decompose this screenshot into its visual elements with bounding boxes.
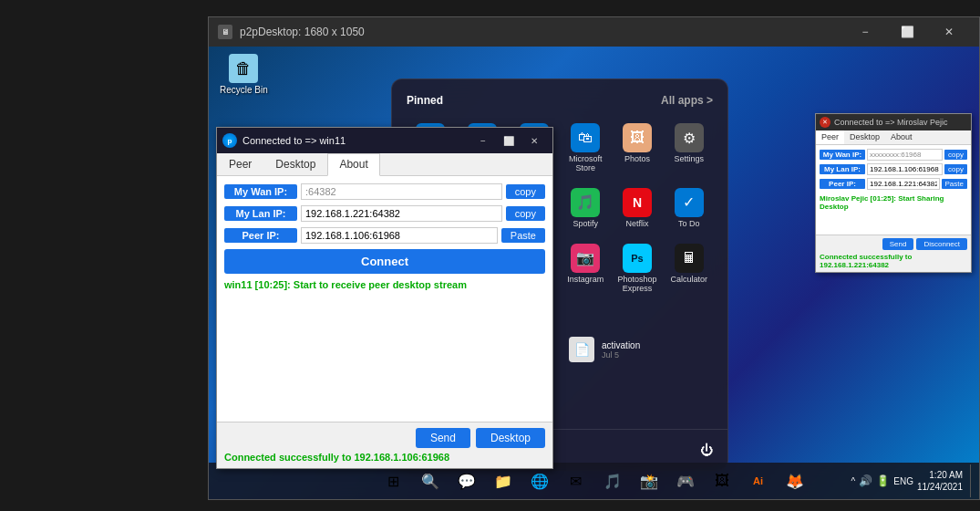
tab-peer[interactable]: Peer (217, 153, 263, 175)
calculator-label: Calculator (670, 276, 707, 285)
photoshop-icon: Ps (623, 244, 652, 273)
remote-lan-input[interactable] (867, 163, 943, 175)
peer-paste-button[interactable]: Paste (501, 228, 545, 243)
settings-label: Settings (674, 155, 704, 164)
lan-copy-button[interactable]: copy (506, 206, 545, 221)
peer-ip-label: Peer IP: (224, 228, 297, 243)
peer-ip-row: Peer IP: Paste (224, 227, 545, 244)
all-apps-button[interactable]: All apps > (661, 94, 713, 107)
app-photos[interactable]: 🖼 Photos (614, 118, 662, 179)
photos-icon: 🖼 (623, 123, 652, 152)
todo-icon: ✓ (675, 188, 704, 217)
remote-close-button[interactable]: ✕ (820, 117, 830, 128)
wan-ip-row: My Wan IP: copy (224, 183, 545, 200)
remote-send-button[interactable]: Send (882, 238, 914, 250)
instagram-icon: 📷 (571, 244, 600, 273)
tray-chevron-icon[interactable]: ^ (851, 476, 856, 486)
remote-disconnect-button[interactable]: Disconnect (916, 238, 967, 250)
remote-peer-paste[interactable]: Paste (942, 179, 967, 189)
remote-tab-peer[interactable]: Peer (816, 130, 844, 144)
remote-tab-desktop[interactable]: Desktop (844, 130, 885, 144)
outer-window-title: p2pDesktop: 1680 x 1050 (240, 26, 837, 38)
tab-about[interactable]: About (327, 153, 379, 176)
pinned-header: Pinned All apps > (407, 94, 713, 107)
recycle-bin-icon[interactable]: 🗑 Recycle Bin (220, 54, 268, 95)
taskbar-start-button[interactable]: ⊞ (377, 464, 410, 497)
system-tray: ^ 🔊 🔋 ENG 1:20 AM 11/24/2021 (797, 463, 979, 499)
store-icon: 🛍 (571, 123, 600, 152)
p2p-close-button[interactable]: ✕ (521, 130, 547, 151)
tray-volume-icon[interactable]: 🔊 (859, 474, 872, 487)
p2p-status: Connected successfully to 192.168.1.106:… (224, 452, 545, 463)
app-calculator[interactable]: 🖩 Calculator (665, 238, 713, 299)
p2p-restore-button[interactable]: ⬜ (496, 130, 521, 151)
remote-window: ✕ Connected to => Miroslav Pejic Peer De… (815, 113, 972, 273)
remote-peer-row: Peer IP: Paste (820, 178, 967, 190)
remote-wan-input[interactable] (867, 149, 943, 161)
app-instagram[interactable]: 📷 Instagram (562, 238, 610, 299)
p2p-main-window: p Connected to => win11 − ⬜ ✕ Peer Deskt… (216, 127, 553, 469)
p2p-window-icon: p (222, 133, 237, 148)
app-spotify[interactable]: 🎵 Spotify (562, 182, 610, 235)
remote-footer-buttons: Send Disconnect (820, 238, 967, 250)
photoshop-label: Photoshop Express (615, 276, 660, 294)
remote-body: My Wan IP: copy My Lan IP: copy Peer IP:… (816, 145, 971, 235)
taskbar-ms365-icon[interactable]: 🖼 (706, 464, 738, 497)
close-button[interactable]: ✕ (928, 17, 970, 47)
calculator-icon: 🖩 (675, 244, 704, 273)
remote-tab-about[interactable]: About (885, 130, 918, 144)
p2p-window-title: Connected to => win11 (242, 135, 465, 146)
lan-ip-row: My Lan IP: copy (224, 205, 545, 222)
outer-content: 🗑 Recycle Bin p2p p2p Pinned All apps > … (209, 47, 979, 499)
restore-button[interactable]: ⬜ (886, 17, 928, 47)
wan-ip-label: My Wan IP: (224, 184, 297, 199)
show-desktop-button[interactable] (970, 464, 974, 497)
p2p-titlebar: p Connected to => win11 − ⬜ ✕ (217, 128, 552, 153)
wan-ip-input[interactable] (301, 183, 502, 200)
activation-icon: 📄 (569, 337, 594, 362)
app-todo[interactable]: ✓ To Do (665, 182, 713, 235)
taskbar-mail-icon[interactable]: ✉ (560, 464, 593, 497)
remote-log: Miroslav Pejic [01:25]: Start Sharing De… (820, 193, 967, 213)
taskbar-ai-icon[interactable]: Ai (742, 464, 775, 497)
todo-label: To Do (678, 220, 700, 229)
desktop-button[interactable]: Desktop (476, 428, 545, 448)
activation-info: activation Jul 5 (602, 340, 640, 360)
remote-lan-copy[interactable]: copy (944, 164, 967, 174)
spotify-icon: 🎵 (571, 188, 600, 217)
power-icon[interactable]: ⏻ (700, 443, 713, 457)
pinned-label: Pinned (407, 94, 443, 107)
minimize-button[interactable]: − (844, 17, 886, 47)
taskbar-photos-icon[interactable]: 📸 (633, 464, 665, 497)
outer-window: 🖥 p2pDesktop: 1680 x 1050 − ⬜ ✕ 🗑 Recycl… (208, 16, 980, 500)
app-netflix[interactable]: N Netflix (614, 182, 662, 235)
app-store[interactable]: 🛍 Microsoft Store (562, 118, 610, 179)
lan-ip-input[interactable] (301, 205, 502, 222)
taskbar-music-icon[interactable]: 🎵 (596, 464, 629, 497)
taskbar-edge-icon[interactable]: 🌐 (523, 464, 556, 497)
activation-name: activation (602, 340, 640, 350)
rec-activation[interactable]: 📄 activation Jul 5 (563, 331, 713, 368)
peer-ip-input[interactable] (301, 227, 498, 244)
tab-desktop[interactable]: Desktop (263, 153, 327, 175)
remote-footer: Send Disconnect Connected successfully t… (816, 235, 971, 272)
remote-peer-input[interactable] (867, 178, 940, 190)
tray-battery-icon[interactable]: 🔋 (876, 474, 890, 487)
lan-ip-label: My Lan IP: (224, 206, 297, 221)
remote-wan-copy[interactable]: copy (944, 150, 967, 160)
settings-icon: ⚙ (675, 123, 704, 152)
taskbar-search-button[interactable]: 🔍 (414, 464, 447, 497)
instagram-label: Instagram (567, 276, 603, 285)
taskbar-xbox-icon[interactable]: 🎮 (669, 464, 702, 497)
app-settings[interactable]: ⚙ Settings (665, 118, 713, 179)
connect-button[interactable]: Connect (224, 249, 545, 274)
tray-language-label[interactable]: ENG (893, 476, 913, 486)
taskbar-center: ⊞ 🔍 💬 📁 🌐 ✉ 🎵 📸 🎮 🖼 Ai 🦊 (377, 464, 811, 497)
app-photoshop[interactable]: Ps Photoshop Express (614, 238, 662, 299)
wan-copy-button[interactable]: copy (506, 184, 545, 199)
send-button[interactable]: Send (416, 428, 470, 448)
taskbar-explorer-icon[interactable]: 📁 (487, 464, 520, 497)
taskbar-taskview-button[interactable]: 💬 (450, 464, 483, 497)
clock-area[interactable]: 1:20 AM 11/24/2021 (917, 469, 963, 493)
p2p-minimize-button[interactable]: − (470, 130, 496, 151)
